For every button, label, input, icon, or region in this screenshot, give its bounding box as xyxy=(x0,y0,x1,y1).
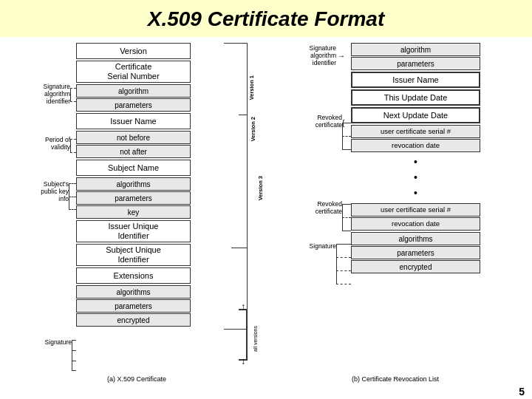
pub-key-label: Subject'spublic keyinfo xyxy=(18,180,69,203)
r-revdate1-box: revocation date xyxy=(351,139,480,152)
r-sig-encrypted-box: encrypted xyxy=(351,260,480,273)
r-sig-algorithms-box: algorithms xyxy=(351,232,480,245)
period-validity-label: Period ofvalidity xyxy=(18,136,70,151)
signature-label-left: Signature xyxy=(35,338,72,346)
r-sig-alg-label: Signaturealgorithmidentifier xyxy=(277,44,336,67)
r-parameters-box: parameters xyxy=(351,57,480,70)
pub-parameters-box: parameters xyxy=(76,191,191,205)
right-diagram: Signaturealgorithmidentifier → algorithm… xyxy=(277,43,514,399)
sig-encrypted-box: encrypted xyxy=(76,313,191,327)
r-sig-parameters-box: parameters xyxy=(351,246,480,259)
r-algorithm-box: algorithm xyxy=(351,43,480,56)
r-this-update-box: This Update Date xyxy=(351,89,480,106)
r-dots: ••• xyxy=(351,154,480,201)
down-arrow: ↓ xyxy=(241,356,245,366)
left-caption: (a) X.509 Certificate xyxy=(18,375,255,383)
revoked-cert1-label: Revokedcertificate xyxy=(277,114,342,129)
key-box: key xyxy=(76,205,191,219)
left-diagram: Version CertificateSerial Number algorit… xyxy=(18,43,255,399)
not-before-box: not before xyxy=(76,131,191,144)
page-number: 5 xyxy=(519,386,525,398)
algorithm-box: algorithm xyxy=(76,84,191,98)
serial-box: CertificateSerial Number xyxy=(76,61,191,83)
r-revdate2-box: revocation date xyxy=(351,217,480,231)
r-sig-arrow: → xyxy=(338,52,345,60)
sig-alg-label-left: Signaturealgorithmidentifier xyxy=(18,83,70,106)
issuer-name-box: Issuer Name xyxy=(76,113,191,129)
revoked-cert2-label: Revokedcertificate xyxy=(277,200,342,215)
subject-name-box: Subject Name xyxy=(76,160,191,176)
r-signature-label: Signature xyxy=(284,242,336,250)
subject-unique-box: Subject UniqueIdentifier xyxy=(76,244,191,266)
right-caption: (b) Certificate Revocation List xyxy=(277,375,514,383)
main-content: Version CertificateSerial Number algorit… xyxy=(0,37,532,399)
up-arrow: ↑ xyxy=(241,301,245,312)
version3-label: Version 3 xyxy=(257,176,264,200)
sig-algorithms-box: algorithms xyxy=(76,285,191,299)
r-serial2-box: user certificate serial # xyxy=(351,203,480,216)
r-serial1-box: user certificate serial # xyxy=(351,125,480,138)
page-title: X.509 Certificate Format xyxy=(0,0,532,37)
r-next-update-box: Next Update Date xyxy=(351,107,480,123)
version-box: Version xyxy=(76,43,191,59)
all-versions-label: all versions xyxy=(253,326,258,352)
issuer-unique-box: Issuer UniqueIdentifier xyxy=(76,220,191,242)
sig-parameters-box: parameters xyxy=(76,299,191,313)
version1-label: Version 1 xyxy=(248,75,255,100)
not-after-box: not after xyxy=(76,145,191,158)
extensions-box: Extensions xyxy=(76,267,191,284)
pub-algorithms-box: algorithms xyxy=(76,177,191,191)
version2-label: Version 2 xyxy=(250,117,256,141)
parameters-box: parameters xyxy=(76,98,191,112)
version3-bracket xyxy=(224,43,248,330)
all-versions-bracket xyxy=(239,309,248,361)
r-issuer-box: Issuer Name xyxy=(351,72,480,88)
